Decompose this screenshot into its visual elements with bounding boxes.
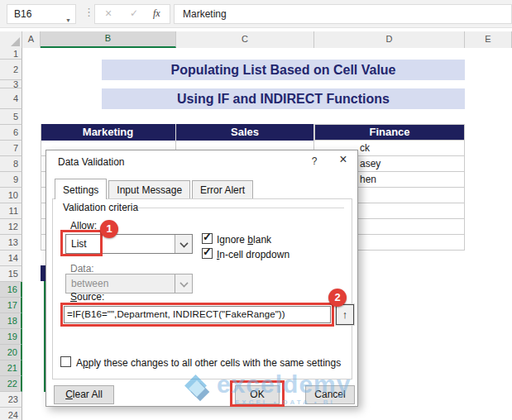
row-header-15[interactable]: 15 [0,266,22,282]
formula-buttons: × ✓ fx [94,4,170,24]
row-header-10[interactable]: 10 [0,188,22,203]
row-header-2[interactable]: 2 [0,60,22,80]
more-options-icon: ⋮ [84,6,94,18]
row-header-14[interactable]: 14 [0,251,22,266]
row-header-16[interactable]: 16 [0,282,22,298]
row-header-3[interactable]: 3 [0,80,22,88]
row-header-21[interactable]: 21 [0,360,22,376]
apply-changes-checkbox[interactable] [60,356,71,367]
row-header-5[interactable]: 5 [0,109,22,125]
row-header-9[interactable]: 9 [0,172,22,188]
row-header-18[interactable]: 18 [0,313,22,329]
allow-dropdown-value: List [71,238,87,250]
row-header-8[interactable]: 8 [0,156,22,172]
checkmark-icon: ✓ [203,231,212,243]
tab-input-message[interactable]: Input Message [108,180,190,198]
group-divider [137,208,344,208]
name-box-value: B16 [14,8,31,20]
tab-settings[interactable]: Settings [55,179,107,199]
collapse-dialog-icon[interactable]: ↑ [336,304,354,325]
source-input[interactable]: =IF(B16="",Department, INDIRECT("FakeRan… [64,306,331,323]
dropdown-caret-icon[interactable]: ▼ [65,12,71,30]
ok-button[interactable]: OK [235,385,280,404]
formula-bar-input[interactable]: Marketing [174,4,512,24]
chevron-down-icon [175,274,192,293]
data-label: Data: [70,263,94,274]
select-all-corner[interactable] [0,31,22,48]
column-header-C[interactable]: C [176,31,314,48]
row-header-23[interactable]: 23 [0,392,22,408]
clear-all-button[interactable]: Clear All [54,385,114,404]
subtitle-banner[interactable]: Using IF and INDIRECT Functions [102,88,465,109]
allow-dropdown[interactable]: List [65,234,193,254]
table-header-marketing[interactable]: Marketing [41,124,176,141]
apply-changes-label: Apply these changes to all other cells w… [76,357,341,369]
row-header-12[interactable]: 12 [0,219,22,235]
dialog-title: Data Validation [58,156,125,168]
chevron-down-icon[interactable] [175,235,192,253]
finance-cell-fragment[interactable]: hen [360,174,376,185]
excel-window: B16 ▼ ⋮ × ✓ fx Marketing ABCDE 123456789… [0,0,512,420]
name-box[interactable]: B16 ▼ [7,4,76,24]
allow-label: Allow: [70,220,97,231]
row-header-13[interactable]: 13 [0,235,22,251]
row-header-24[interactable]: 24 [0,408,22,420]
ignore-blank-checkbox[interactable]: ✓ [202,233,213,244]
insert-function-icon[interactable]: fx [153,7,160,20]
ignore-blank-label: Ignore blank [217,234,271,246]
row-header-1[interactable]: 1 [0,48,22,60]
table-header-sales[interactable]: Sales [176,124,314,141]
column-header-E[interactable]: E [465,31,512,48]
tab-error-alert[interactable]: Error Alert [192,180,253,198]
data-validation-dialog: Data Validation ? × Settings Input Messa… [45,150,358,407]
table-header-row: Marketing Sales Finance [41,124,465,141]
checkmark-icon: ✓ [203,246,212,258]
row-header-19[interactable]: 19 [0,329,22,345]
incell-dropdown-label: In-cell dropdown [217,249,289,260]
row-header-11[interactable]: 11 [0,203,22,219]
enter-icon[interactable]: ✓ [130,7,138,19]
row-header-17[interactable]: 17 [0,298,22,313]
cancel-icon[interactable]: × [105,7,112,20]
title-banner[interactable]: Populating List Based on Cell Value [102,60,465,80]
row-header-20[interactable]: 20 [0,345,22,360]
data-dropdown-value: between [71,278,108,289]
row-header-22[interactable]: 22 [0,376,22,392]
column-header-A[interactable]: A [22,31,41,48]
formula-bar-strip: B16 ▼ ⋮ × ✓ fx Marketing [0,0,512,28]
close-icon[interactable]: × [334,152,352,170]
dialog-tabs: Settings Input Message Error Alert [55,180,255,199]
finance-cell-fragment[interactable]: asey [360,158,380,169]
row-header-4[interactable]: 4 [0,88,22,109]
table-header-finance[interactable]: Finance [314,124,465,141]
help-icon[interactable]: ? [308,155,321,167]
column-header-D[interactable]: D [314,31,465,48]
validation-criteria-label: Validation criteria [60,202,141,213]
column-header-B[interactable]: B [41,31,176,48]
row-header-6[interactable]: 6 [0,125,22,141]
finance-cell-fragment[interactable]: ck [360,142,370,154]
table-left-border [41,124,41,251]
cancel-button[interactable]: Cancel [305,385,355,404]
source-label: Source: [70,291,104,303]
row-header-7[interactable]: 7 [0,141,22,156]
incell-dropdown-checkbox[interactable]: ✓ [202,248,213,259]
